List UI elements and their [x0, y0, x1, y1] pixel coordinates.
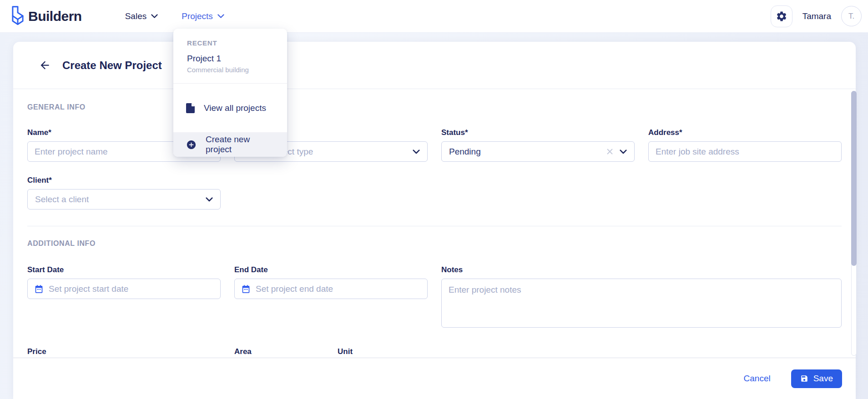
address-label: Address* — [648, 128, 842, 137]
start-date-label: Start Date — [27, 265, 221, 274]
general-info-title: GENERAL INFO — [27, 103, 842, 111]
client-placeholder: Select a client — [35, 195, 199, 204]
recent-project-item[interactable]: Project 1 Commercial building — [173, 47, 287, 83]
view-all-projects-item[interactable]: View all projects — [173, 84, 287, 132]
recent-project-subtitle: Commercial building — [187, 66, 273, 74]
chevron-down-icon — [620, 150, 627, 154]
logo-wordmark: Buildern — [28, 9, 82, 24]
field-client: Client* Select a client — [27, 175, 221, 209]
area-label: Area — [234, 347, 324, 356]
arrow-left-icon — [39, 59, 51, 71]
recent-project-name: Project 1 — [187, 54, 273, 64]
scrollbar-thumb[interactable] — [851, 91, 857, 266]
field-start-date: Start Date — [27, 265, 221, 329]
save-button-label: Save — [813, 374, 833, 384]
chevron-down-icon — [413, 150, 420, 154]
card-header: Create New Project — [13, 42, 856, 89]
chevron-down-icon — [206, 197, 213, 202]
save-button[interactable]: Save — [791, 369, 842, 388]
status-select[interactable]: Pending — [441, 141, 635, 162]
create-new-project-label: Create new project — [206, 135, 274, 155]
view-all-projects-label: View all projects — [204, 103, 266, 113]
general-info-section: GENERAL INFO Name* Select project type — [27, 89, 842, 226]
top-right-cluster: Tamara T. — [771, 5, 862, 27]
client-label: Client* — [27, 175, 221, 185]
nav-projects-label: Projects — [182, 11, 213, 21]
price-label: Price — [27, 347, 221, 356]
end-date-input[interactable] — [234, 279, 428, 299]
gear-icon — [776, 10, 787, 22]
buildern-logo-icon — [9, 5, 26, 28]
nav-sales-label: Sales — [125, 11, 147, 21]
nav-item-projects[interactable]: Projects — [182, 11, 224, 21]
field-status: Status* Pending — [441, 128, 635, 162]
field-address: Address* — [648, 128, 842, 162]
form-footer: Cancel Save — [13, 358, 856, 399]
notes-label: Notes — [441, 265, 842, 274]
avatar-initial: T. — [848, 12, 854, 21]
notes-textarea[interactable] — [441, 279, 842, 328]
project-form: GENERAL INFO Name* Select project type — [13, 89, 856, 381]
chevron-down-icon — [217, 14, 224, 19]
chevron-down-icon — [151, 14, 158, 19]
additional-info-title: ADDITIONAL INFO — [27, 239, 842, 248]
plus-circle-icon — [186, 140, 197, 150]
unit-label: Unit — [338, 347, 416, 356]
user-avatar[interactable]: T. — [841, 6, 862, 26]
top-navigation-bar: Buildern Sales Projects Tamara T. — [0, 0, 868, 33]
user-name: Tamara — [802, 11, 831, 21]
status-label: Status* — [441, 128, 635, 137]
client-select[interactable]: Select a client — [27, 189, 221, 209]
address-input[interactable] — [648, 141, 842, 162]
main-nav: Sales Projects — [125, 11, 224, 21]
page-title: Create New Project — [62, 59, 162, 72]
settings-button[interactable] — [771, 5, 792, 27]
calendar-icon — [241, 284, 251, 294]
field-notes: Notes — [441, 265, 842, 329]
calendar-icon — [34, 284, 44, 294]
projects-dropdown-menu: RECENT Project 1 Commercial building Vie… — [173, 29, 287, 157]
recent-section-header: RECENT — [173, 29, 287, 47]
save-floppy-icon — [800, 374, 808, 383]
buildern-logo[interactable]: Buildern — [9, 5, 82, 28]
back-button[interactable] — [38, 59, 51, 72]
clear-status-icon[interactable] — [606, 148, 613, 155]
field-end-date: End Date — [234, 265, 428, 329]
status-value: Pending — [449, 147, 600, 157]
document-icon — [186, 103, 195, 113]
create-project-card: Create New Project GENERAL INFO Name* Se… — [13, 42, 856, 399]
nav-item-sales[interactable]: Sales — [125, 11, 158, 21]
cancel-button[interactable]: Cancel — [744, 374, 771, 384]
create-new-project-item[interactable]: Create new project — [173, 132, 287, 157]
start-date-input[interactable] — [27, 279, 221, 299]
end-date-label: End Date — [234, 265, 428, 274]
